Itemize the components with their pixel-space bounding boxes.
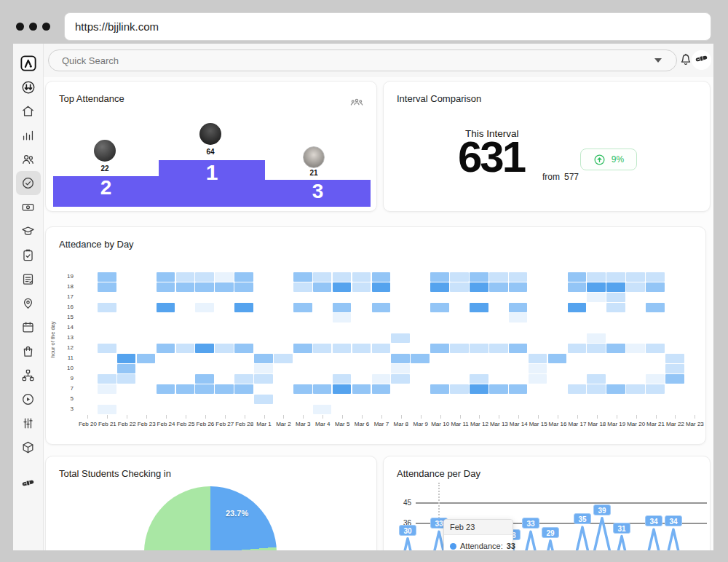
heatmap-cell[interactable] — [391, 364, 410, 373]
heatmap-cell[interactable] — [195, 282, 214, 292]
heatmap-cell[interactable] — [430, 282, 449, 292]
heatmap-cell[interactable] — [529, 374, 547, 384]
heatmap-cell[interactable] — [234, 303, 253, 312]
sidebar-item-members[interactable] — [16, 147, 41, 171]
heatmap-cell[interactable] — [157, 344, 175, 353]
search-input[interactable] — [49, 55, 654, 66]
sidebar-item-checkins[interactable] — [16, 171, 41, 195]
heatmap-cell[interactable] — [489, 384, 508, 394]
heatmap-cell[interactable] — [470, 303, 488, 312]
heatmap-cell[interactable] — [352, 344, 371, 353]
heatmap-cell[interactable] — [430, 272, 449, 282]
heatmap-cell[interactable] — [215, 272, 234, 282]
heatmap-cell[interactable] — [626, 384, 645, 394]
heatmap-cell[interactable] — [254, 354, 273, 363]
heatmap-cell[interactable] — [646, 344, 665, 353]
heatmap-cell[interactable] — [529, 364, 547, 373]
avatar[interactable] — [303, 146, 325, 168]
heatmap-cell[interactable] — [470, 384, 488, 394]
heatmap-cell[interactable] — [372, 303, 391, 312]
sidebar-item-payments[interactable] — [16, 195, 41, 219]
heatmap-cell[interactable] — [234, 374, 253, 384]
heatmap-cell[interactable] — [333, 272, 352, 282]
heatmap-cell[interactable] — [509, 344, 528, 353]
heatmap-cell[interactable] — [254, 395, 273, 404]
heatmap-cell[interactable] — [529, 354, 547, 363]
heatmap-cell[interactable] — [606, 293, 625, 302]
heatmap-cell[interactable] — [195, 374, 214, 384]
line-point-badge[interactable]: 39 — [593, 504, 611, 515]
heatmap-cell[interactable] — [234, 282, 253, 292]
heatmap-cell[interactable] — [157, 384, 175, 394]
heatmap-cell[interactable] — [293, 282, 312, 292]
sidebar-item-home[interactable] — [16, 99, 41, 123]
heatmap-cell[interactable] — [117, 374, 136, 384]
heatmap-cell[interactable] — [333, 374, 352, 384]
heatmap-cell[interactable] — [391, 333, 410, 343]
heatmap-cell[interactable] — [489, 282, 508, 292]
heatmap-cell[interactable] — [646, 282, 665, 292]
heatmap-cell[interactable] — [587, 272, 606, 282]
heatmap-cell[interactable] — [450, 344, 469, 353]
url-bar[interactable] — [64, 12, 711, 41]
group-icon[interactable] — [350, 96, 363, 112]
heatmap-cell[interactable] — [587, 333, 606, 343]
avatar[interactable] — [199, 123, 221, 145]
sidebar-item-notes[interactable] — [16, 267, 41, 291]
heatmap-cell[interactable] — [313, 272, 332, 282]
heatmap-cell[interactable] — [333, 384, 352, 394]
heatmap-cell[interactable] — [98, 282, 116, 292]
heatmap-cell[interactable] — [117, 354, 136, 363]
heatmap-cell[interactable] — [137, 354, 156, 363]
heatmap-cell[interactable] — [293, 303, 312, 312]
heatmap-cell[interactable] — [333, 282, 352, 292]
heatmap-cell[interactable] — [665, 374, 684, 384]
heatmap-cell[interactable] — [430, 384, 449, 394]
user-avatar[interactable] — [692, 50, 711, 70]
heatmap-cell[interactable] — [646, 303, 665, 312]
heatmap-cell[interactable] — [254, 364, 273, 373]
notifications-bell-icon[interactable] — [678, 52, 693, 70]
heatmap-cell[interactable] — [411, 354, 430, 363]
heatmap-cell[interactable] — [98, 344, 116, 353]
heatmap-cell[interactable] — [509, 272, 528, 282]
avatar[interactable] — [94, 140, 116, 162]
heatmap-cell[interactable] — [587, 384, 606, 394]
heatmap-cell[interactable] — [372, 272, 391, 282]
heatmap-cell[interactable] — [665, 354, 684, 363]
heatmap-cell[interactable] — [391, 354, 410, 363]
heatmap-cell[interactable] — [372, 282, 391, 292]
heatmap-cell[interactable] — [254, 374, 273, 384]
heatmap-cell[interactable] — [98, 384, 116, 394]
sidebar-item-ranks[interactable] — [16, 75, 41, 99]
heatmap-cell[interactable] — [313, 344, 332, 353]
heatmap-cell[interactable] — [568, 282, 587, 292]
heatmap-cell[interactable] — [176, 384, 195, 394]
heatmap-cell[interactable] — [626, 344, 645, 353]
heatmap-cell[interactable] — [626, 272, 645, 282]
heatmap-cell[interactable] — [470, 374, 488, 384]
line-point-badge[interactable]: 33 — [522, 518, 539, 529]
heatmap-cell[interactable] — [646, 384, 665, 394]
heatmap-cell[interactable] — [470, 344, 488, 353]
heatmap-cell[interactable] — [157, 303, 175, 312]
heatmap-cell[interactable] — [646, 272, 665, 282]
heatmap-cell[interactable] — [509, 384, 528, 394]
heatmap-cell[interactable] — [195, 384, 214, 394]
heatmap-cell[interactable] — [606, 272, 625, 282]
sidebar-item-inventory[interactable] — [16, 435, 41, 459]
sidebar-item-schedule[interactable] — [16, 315, 41, 339]
heatmap-cell[interactable] — [157, 272, 175, 282]
heatmap-cell[interactable] — [606, 384, 625, 394]
heatmap-cell[interactable] — [333, 344, 352, 353]
heatmap-cell[interactable] — [372, 374, 391, 384]
heatmap-cell[interactable] — [215, 344, 234, 353]
heatmap-cell[interactable] — [313, 405, 332, 414]
sidebar-item-analytics[interactable] — [16, 123, 41, 147]
heatmap-cell[interactable] — [215, 282, 234, 292]
sidebar-item-preferences[interactable] — [16, 411, 41, 435]
line-point-badge[interactable]: 31 — [613, 523, 630, 534]
heatmap-cell[interactable] — [157, 282, 175, 292]
heatmap-cell[interactable] — [98, 303, 116, 312]
sidebar-item-attendance[interactable] — [16, 243, 41, 267]
